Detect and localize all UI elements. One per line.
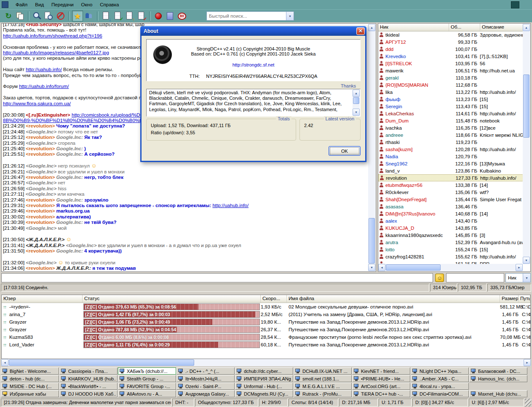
scroll-left-icon[interactable] <box>1 359 8 366</box>
user-row[interactable]: mawerik106,51 ГБhttp://hub.net.ua <box>378 67 523 74</box>
window-menu-icon[interactable] <box>511 1 519 8</box>
user-row[interactable]: Sneg1962122,16 ГБ[13]Музыка <box>378 160 523 167</box>
user-row[interactable]: asasasa136,46 ГБ <box>378 203 523 210</box>
scroll-right-icon[interactable] <box>516 264 523 271</box>
notepad-button[interactable] <box>165 11 176 21</box>
user-row[interactable]: R0ck4ever135,06 ГБwtf? <box>378 189 523 196</box>
scroll-thumb[interactable] <box>369 218 375 263</box>
quick-search-input[interactable] <box>207 13 286 19</box>
hub-tab[interactable]: .- DC++ - ^_^ (... <box>176 367 235 375</box>
transfer-row[interactable]: arina_7[Z][C] Отдано 1,42 ГБ (97,7%) за … <box>2 311 530 318</box>
user-row[interactable]: revolution127,33 ГБhttp://uahub.info/ <box>378 174 523 181</box>
transfers-column-header[interactable]: Юзер <box>2 295 83 303</box>
reconnect-button[interactable] <box>3 11 14 21</box>
resize-grip[interactable] <box>525 399 531 407</box>
thanks-scrollbar[interactable] <box>353 90 360 116</box>
scroll-left-icon[interactable] <box>378 264 385 271</box>
hub-tab[interactable]: Unformal - Hub (... <box>235 383 293 390</box>
scroll-thumb[interactable] <box>9 359 194 366</box>
search-button[interactable] <box>32 11 43 21</box>
hub-tab[interactable]: TiERA DC++ hub -... <box>352 390 410 397</box>
hub-tab[interactable]: Ozerki - Saint-P... <box>176 383 235 390</box>
emoticon-button[interactable]: ☺ <box>435 274 444 282</box>
adl-search-button[interactable] <box>55 11 66 21</box>
user-row[interactable]: фыыф113,23 ГБ[15] <box>378 96 523 103</box>
user-row[interactable]: rthaski119,23 ГБ <box>378 138 523 146</box>
user-row[interactable]: АРГУТ1299,33 ГБ <box>378 38 523 45</box>
user-row[interactable]: LekaCherkas114,61 ГБhttp://uahub.info/ <box>378 110 523 117</box>
chat-scrollbar[interactable] <box>368 24 375 271</box>
favorite-hubs-button[interactable] <box>72 11 83 21</box>
hub-tab[interactable]: dchub://dc.cyber... <box>235 367 293 375</box>
scroll-up-icon[interactable] <box>353 90 360 97</box>
upload-limiter-button[interactable]: 80 <box>176 11 187 21</box>
close-icon[interactable] <box>356 27 365 35</box>
scroll-thumb[interactable] <box>386 264 441 271</box>
hub-tab[interactable]: ХАБикЪ (dchub://... <box>118 367 176 375</box>
search-spy-button[interactable] <box>43 11 54 21</box>
user-row[interactable]: lotto155,24 ГБ[15] <box>378 246 523 253</box>
user-row[interactable]: Dum_Dum115,48 ГБnotebook <box>378 117 523 124</box>
scroll-up-icon[interactable] <box>368 24 375 31</box>
transfer-row[interactable]: Grayzer[Z][C] Отдано 787,88 МБ (52,9%) з… <box>2 326 530 333</box>
hub-tab[interactable]: Избранные хабы <box>1 390 59 397</box>
hub-tab[interactable]: ИМПЕРИЯ ЗПА•LANg... <box>235 375 293 382</box>
menu-item[interactable]: Передачи <box>48 1 77 8</box>
hub-tab[interactable]: Rutrack - (ProMu... <box>294 390 352 397</box>
hub-tab[interactable]: BigNet - Welcome... <box>1 367 59 375</box>
hub-tab[interactable]: NLight DC++ Укра... <box>411 367 469 375</box>
filter-column-dropdown-icon[interactable] <box>523 274 530 282</box>
hub-tab[interactable]: DC•Filimania•COM... <box>411 390 469 397</box>
hub-tab[interactable]: Maxnet_Hub (dchu... <box>469 390 527 397</box>
transfer-row[interactable]: -=ryden=-[Z][C] Отдано 379,63 МБ (65,3%)… <box>2 303 530 311</box>
hub-tab[interactable]: Itr•MostrrJ•НцЯ... <box>176 375 235 382</box>
about-site-link[interactable]: http://strongdc.sf.net <box>147 62 360 67</box>
scroll-up-icon[interactable] <box>523 24 530 31</box>
hub-tab[interactable]: MSIDE - DC Hub (... <box>1 383 59 390</box>
userlist-column-header[interactable]: Об... <box>449 24 480 31</box>
scroll-thumb[interactable] <box>523 74 529 138</box>
user-row[interactable]: lika113,22 ГБhttp://uahub.info/ <box>378 88 523 96</box>
chat-link[interactable]: http://uahub.info/ <box>26 67 62 72</box>
user-row[interactable]: [I]STRELOK103,95 ГБ56 <box>378 60 523 67</box>
transfers-column-header[interactable]: Скоро... <box>261 295 287 303</box>
user-row[interactable]: Nadia120,79 ГБ <box>378 153 523 160</box>
user-row[interactable]: {RO}[MDS]MARIAN112,68 ГБ <box>378 81 523 88</box>
chat-link[interactable]: http://uahub.info/forum/showthread.php?t… <box>3 33 102 38</box>
hub-tab[interactable]: 4local.ru - упра... <box>411 383 469 390</box>
hub-tab[interactable]: DCMagnets.RU (Су... <box>235 390 293 397</box>
transfer-row[interactable]: KuzmaS83[Z][C] Отдано 6,00 МБ (8,6%) за … <box>2 333 530 341</box>
menu-item[interactable]: Файл <box>12 1 31 8</box>
finished-downloads-button[interactable] <box>112 11 123 21</box>
user-row[interactable]: arutra152,39 ГБAvangard-hub.ru (avali... <box>378 239 523 246</box>
menu-item[interactable]: Окно <box>78 1 96 8</box>
user-row[interactable]: crazyfrog1428281155,62 ГБhttp://uahub.in… <box>378 253 523 260</box>
userlist-column-header[interactable]: Описание <box>480 24 523 31</box>
hub-tab[interactable]: KHARKOV_HUB (hub... <box>59 375 118 382</box>
chat-link[interactable]: http://www.flora-sakura.com.ua/ <box>3 101 71 106</box>
hub-tab[interactable]: ArtCool.ORG (art... <box>352 383 410 390</box>
filter-column-select[interactable]: Ник <box>505 273 531 282</box>
waiting-users-button[interactable] <box>124 11 135 21</box>
userlist-column-header[interactable]: Ник <box>378 24 449 31</box>
hub-tab[interactable]: Cassiopeia - Пла... <box>59 367 118 375</box>
hub-tab[interactable]: Stealth Group - ... <box>118 375 176 382</box>
transfer-row[interactable]: Grayzer[Z][C] Отдано 1,06 ГБ (73,2%) за … <box>2 318 530 326</box>
hub-tab[interactable]: Балаковский - DC... <box>469 367 527 375</box>
user-row[interactable]: Krevedko103,41 ГБ[7].[L:512KB] <box>378 53 523 60</box>
user-row[interactable]: ddd100,07 ГБ <box>378 45 523 53</box>
user-row[interactable]: aalex143,40 ГБ <box>378 217 523 224</box>
hub-tab[interactable]: DCHuB.IX-UA.NET ... <box>294 367 352 375</box>
hub-tab[interactable]: KievNET - friend... <box>352 367 410 375</box>
user-list-hscrollbar[interactable] <box>378 264 523 271</box>
chat-link[interactable]: http://uahub.info/forum/ <box>19 84 69 89</box>
user-row[interactable]: andreee118,66 ГБКлієнт мережі NLIGHT... <box>378 131 523 138</box>
dialog-title-bar[interactable]: About <box>140 26 366 36</box>
scroll-down-icon[interactable] <box>368 264 375 271</box>
hub-tab[interactable]: Hamous_Inc. (dch... <box>469 375 527 382</box>
hub-tab[interactable]: Андромеда Galaxy... <box>176 390 235 397</box>
user-row[interactable]: land_v123,86 ГБKulbakino <box>378 167 523 174</box>
user-row[interactable]: ivachka116,35 ГБ[12]все <box>378 124 523 131</box>
network-statistics-button[interactable] <box>153 11 164 21</box>
hub-tab[interactable]: FAVORITE Group -... <box>118 383 176 390</box>
